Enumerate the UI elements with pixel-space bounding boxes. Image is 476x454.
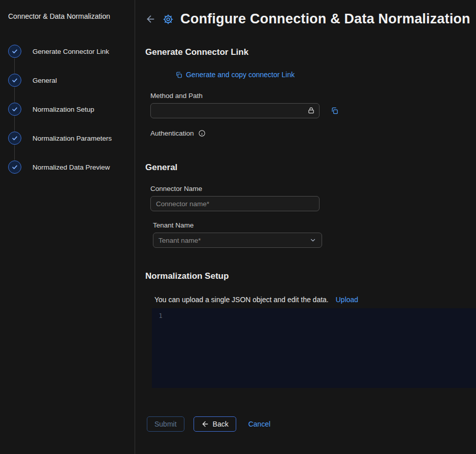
editor-content[interactable] — [169, 308, 476, 388]
copy-icon — [175, 71, 182, 79]
lock-icon — [307, 107, 315, 114]
step-label: Normalization Setup — [33, 106, 94, 113]
back-arrow-icon — [201, 420, 209, 428]
sidebar-item-normalization-setup[interactable]: Normalization Setup — [8, 103, 128, 132]
footer-actions: Submit Back Cancel — [147, 416, 476, 432]
editor-line-number: 1 — [152, 308, 169, 388]
section-heading-general: General — [145, 163, 476, 173]
sidebar-item-normalization-parameters[interactable]: Normalization Parameters — [8, 132, 128, 160]
cancel-button[interactable]: Cancel — [245, 417, 274, 431]
section-heading-normalization: Normalization Setup — [145, 271, 476, 281]
authentication-label: Authentication — [150, 129, 194, 137]
step-label: Generate Connector Link — [33, 48, 109, 55]
section-general: General Connector Name Tenant Name Tenan… — [145, 163, 476, 248]
generate-copy-link-label: Generate and copy connector Link — [186, 71, 295, 79]
method-path-label: Method and Path — [150, 92, 476, 100]
section-heading-generate: Generate Connector Link — [145, 47, 476, 57]
check-icon — [8, 74, 21, 87]
step-label: Normalization Parameters — [33, 135, 112, 142]
page-header: Configure Connection & Data Normalizatio… — [145, 11, 476, 27]
main-content: Configure Connection & Data Normalizatio… — [135, 0, 476, 454]
sidebar-item-general[interactable]: General — [8, 74, 128, 103]
copy-icon[interactable] — [331, 107, 338, 115]
tenant-name-placeholder: Tenant name* — [158, 237, 201, 244]
back-button-label: Back — [213, 420, 229, 428]
sidebar-item-normalized-data-preview[interactable]: Normalized Data Preview — [8, 160, 128, 174]
sidebar-item-generate-connector-link[interactable]: Generate Connector Link — [8, 45, 128, 74]
wizard-stepper: Generate Connector Link General Normaliz… — [8, 45, 128, 174]
sidebar-title: Connector & Data Normalization — [8, 12, 128, 20]
upload-hint-text: You can upload a single JSON object and … — [154, 296, 329, 304]
connector-name-input[interactable] — [150, 196, 320, 211]
tenant-name-label: Tenant Name — [153, 221, 476, 229]
check-icon — [8, 103, 21, 116]
wizard-sidebar: Connector & Data Normalization Generate … — [0, 0, 135, 454]
tenant-name-select[interactable]: Tenant name* — [153, 233, 322, 248]
check-icon — [8, 45, 21, 58]
section-normalization-setup: Normalization Setup You can upload a sin… — [145, 271, 476, 388]
back-button[interactable]: Back — [194, 416, 236, 432]
section-generate-connector-link: Generate Connector Link Generate and cop… — [145, 47, 476, 137]
step-label: Normalized Data Preview — [33, 164, 110, 171]
json-editor[interactable]: 1 — [152, 308, 476, 388]
check-icon — [8, 160, 21, 174]
step-label: General — [33, 77, 57, 84]
method-path-input[interactable] — [150, 103, 320, 118]
submit-button[interactable]: Submit — [147, 416, 184, 432]
info-icon[interactable] — [198, 129, 206, 137]
back-arrow-icon[interactable] — [145, 14, 156, 24]
check-icon — [8, 132, 21, 145]
upload-button[interactable]: Upload — [336, 296, 358, 304]
generate-copy-link-button[interactable]: Generate and copy connector Link — [175, 71, 295, 79]
chevron-down-icon — [309, 237, 316, 244]
gear-icon — [163, 14, 174, 25]
page-title: Configure Connection & Data Normalizatio… — [180, 11, 470, 27]
connector-name-label: Connector Name — [150, 185, 476, 192]
